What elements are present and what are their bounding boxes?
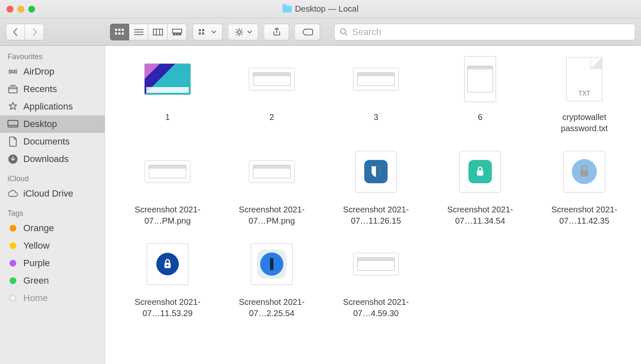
file-item[interactable]: Screenshot 2021-07…11.42.35 xyxy=(538,147,630,227)
svg-rect-37 xyxy=(580,170,588,177)
sidebar-label: Home xyxy=(23,293,48,304)
window-title-text: Desktop — Local xyxy=(295,4,358,14)
sidebar-tag-purple[interactable]: Purple xyxy=(0,254,105,272)
sidebar-item-downloads[interactable]: Downloads xyxy=(0,150,105,168)
file-item[interactable]: Screenshot 2021-07…11.53.29 xyxy=(122,239,213,319)
minimize-button[interactable] xyxy=(18,6,24,12)
svg-point-20 xyxy=(238,30,240,33)
sidebar-item-documents[interactable]: Documents xyxy=(0,133,105,150)
svg-rect-16 xyxy=(199,29,201,31)
file-item[interactable]: 3 xyxy=(330,54,422,134)
file-item[interactable]: TXT cryptowallet password.txt xyxy=(538,54,630,134)
file-name: Screenshot 2021-07…11.34.54 xyxy=(438,204,522,227)
file-item[interactable]: Screenshot 2021-07…11.34.54 xyxy=(434,147,526,227)
search-field[interactable] xyxy=(334,24,635,40)
folder-icon xyxy=(283,6,292,12)
back-button[interactable] xyxy=(6,24,25,40)
svg-rect-18 xyxy=(199,32,201,35)
file-name: 6 xyxy=(478,112,482,123)
share-button[interactable] xyxy=(264,24,289,40)
file-thumbnail xyxy=(247,147,297,197)
window-body: Favourites AirDrop Recents Applications … xyxy=(0,46,641,364)
tags-button[interactable] xyxy=(295,24,320,40)
list-view-button[interactable] xyxy=(129,24,148,40)
action-button[interactable] xyxy=(228,24,258,40)
file-thumbnail: TXT xyxy=(559,54,609,104)
file-thumbnail xyxy=(143,147,193,197)
svg-rect-12 xyxy=(173,29,182,33)
sidebar-tag-orange[interactable]: Orange xyxy=(0,219,105,237)
sidebar-label: Downloads xyxy=(23,154,69,165)
svg-rect-3 xyxy=(115,32,117,35)
svg-rect-0 xyxy=(115,29,117,31)
sidebar-item-recents[interactable]: Recents xyxy=(0,80,105,98)
file-thumbnail xyxy=(351,239,401,289)
tag-dot-icon xyxy=(8,258,18,268)
documents-icon xyxy=(8,137,18,147)
fullscreen-button[interactable] xyxy=(28,6,35,12)
downloads-icon xyxy=(8,154,18,164)
svg-line-30 xyxy=(345,33,347,35)
sidebar-label: Orange xyxy=(23,223,54,234)
sidebar-label: Recents xyxy=(23,84,57,95)
file-item[interactable]: Screenshot 2021-07…PM.png xyxy=(122,147,213,227)
file-name: Screenshot 2021-07…PM.png xyxy=(126,204,209,227)
sidebar-item-icloud-drive[interactable]: iCloud Drive xyxy=(0,185,105,202)
chevron-left-icon xyxy=(13,28,18,36)
share-icon xyxy=(273,27,281,37)
svg-line-25 xyxy=(236,29,238,30)
close-button[interactable] xyxy=(7,6,13,12)
file-item[interactable]: Screenshot 2021-07…2.25.54 xyxy=(226,239,318,319)
file-thumbnail xyxy=(247,239,297,289)
search-input[interactable] xyxy=(352,27,630,37)
file-thumbnail xyxy=(455,54,505,104)
svg-point-39 xyxy=(167,264,168,266)
sidebar-item-applications[interactable]: Applications xyxy=(0,98,105,115)
sidebar-label: AirDrop xyxy=(23,66,55,77)
file-name: 3 xyxy=(373,112,378,123)
sidebar-label: Desktop xyxy=(23,119,57,130)
sidebar-tag-green[interactable]: Green xyxy=(0,272,105,289)
toolbar xyxy=(0,18,641,46)
tag-icon xyxy=(302,28,313,36)
svg-rect-9 xyxy=(153,29,163,35)
file-item[interactable]: Screenshot 2021-07…11.26.15 xyxy=(330,147,422,227)
group-button[interactable] xyxy=(193,24,223,40)
window-controls xyxy=(0,6,35,12)
sidebar: Favourites AirDrop Recents Applications … xyxy=(0,46,105,364)
file-item[interactable]: 6 xyxy=(434,54,526,134)
sidebar-label: iCloud Drive xyxy=(23,188,73,199)
file-item[interactable]: Screenshot 2021-07…4.59.30 xyxy=(330,239,422,319)
svg-rect-19 xyxy=(202,32,204,35)
file-thumbnail xyxy=(143,54,193,104)
sidebar-label: Purple xyxy=(23,258,50,269)
tag-dot-icon xyxy=(8,276,18,286)
sidebar-item-airdrop[interactable]: AirDrop xyxy=(0,63,105,80)
nav-buttons xyxy=(6,24,44,40)
file-item[interactable]: 2 xyxy=(226,54,318,134)
svg-rect-33 xyxy=(8,120,18,127)
column-view-button[interactable] xyxy=(148,24,168,40)
file-item[interactable]: Screenshot 2021-07…PM.png xyxy=(226,147,318,227)
file-thumbnail xyxy=(455,147,505,197)
icon-view-button[interactable] xyxy=(110,24,129,40)
file-grid[interactable]: 1 2 3 6 TXT cryptowallet password.txt Sc… xyxy=(105,46,641,364)
svg-line-27 xyxy=(236,34,238,35)
icloud-icon xyxy=(8,189,18,199)
sidebar-header-tags: Tags xyxy=(0,207,105,219)
chevron-right-icon xyxy=(32,28,38,36)
svg-rect-13 xyxy=(173,34,175,35)
forward-button[interactable] xyxy=(25,24,44,40)
applications-icon xyxy=(8,102,18,112)
window-title: Desktop — Local xyxy=(283,4,358,14)
sidebar-tag-home[interactable]: Home xyxy=(0,289,105,307)
grid-icon xyxy=(115,29,124,35)
tag-dot-icon xyxy=(8,241,18,251)
svg-rect-32 xyxy=(9,87,17,93)
sidebar-tag-yellow[interactable]: Yellow xyxy=(0,237,105,254)
sidebar-item-desktop[interactable]: Desktop xyxy=(0,115,105,133)
file-item[interactable]: 1 xyxy=(122,54,213,134)
sidebar-label: Applications xyxy=(23,101,73,112)
gear-icon xyxy=(235,27,244,37)
gallery-view-button[interactable] xyxy=(168,24,187,40)
